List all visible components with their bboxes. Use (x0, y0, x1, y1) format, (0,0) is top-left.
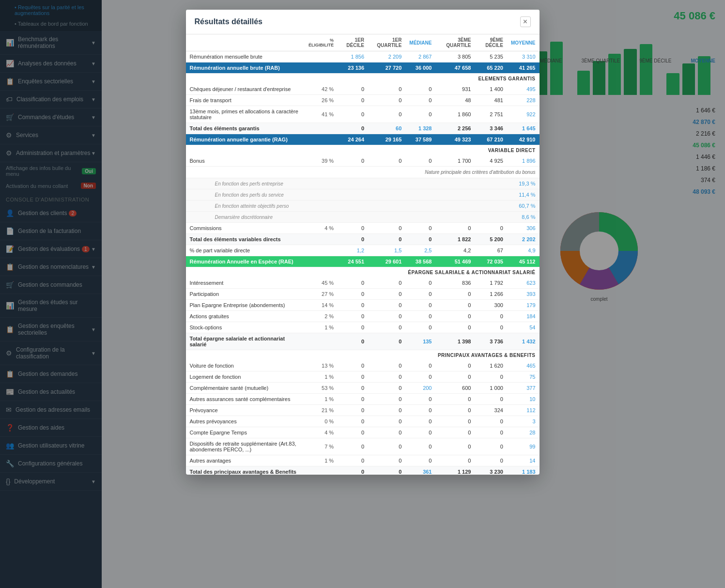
table-cell: Frais de transport (186, 95, 303, 106)
table-cell: 1 129 (435, 466, 475, 475)
table-cell: 0 (368, 322, 405, 333)
table-cell: 0 (368, 383, 405, 394)
table-cell: 0 (405, 416, 435, 427)
table-cell: 11,4 % (507, 189, 540, 201)
table-cell: Chèques déjeuner / restaurant d'entrepri… (186, 84, 303, 95)
table-cell: 3 805 (435, 51, 475, 62)
table-cell: 60,7 % (507, 201, 540, 212)
table-row: Intéressement45 %0008361 792623 (186, 278, 540, 289)
table-cell: 1 000 (475, 383, 507, 394)
table-cell: 0 (435, 405, 475, 416)
table-cell (405, 189, 435, 201)
table-cell: En fonction atteinte objectifs perso (186, 201, 303, 212)
modal-overlay[interactable]: Résultats détaillés × % ÉLIGIBILITÉ 1ER … (0, 0, 725, 588)
table-row: Total épargne salariale et actionnariat … (186, 333, 540, 350)
section-label-row: PRINCIPAUX AVANTAGES & BENEFITS (186, 350, 540, 361)
table-cell: Total des éléments garantis (186, 123, 303, 134)
table-cell: 37 589 (405, 134, 435, 145)
table-cell: 67 (475, 245, 507, 256)
table-cell: 324 (475, 405, 507, 416)
table-cell: 1 183 (507, 466, 540, 475)
table-cell: 1 % (302, 371, 338, 383)
table-cell (338, 178, 368, 189)
table-cell: Autres assurances santé complémentaires (186, 394, 303, 405)
table-cell: 0 (435, 427, 475, 438)
table-row: Rémunération annuelle brute (RAB)23 1362… (186, 62, 540, 74)
table-cell: 0 (338, 123, 368, 134)
table-cell: 0 (435, 394, 475, 405)
col-quartile1-header: 1ER QUARTILE (368, 34, 405, 51)
table-cell: 26 % (302, 95, 338, 106)
table-cell: 1 % (302, 322, 338, 333)
table-cell (435, 189, 475, 201)
table-cell: 1,5 (368, 245, 405, 256)
table-cell: 0 (368, 223, 405, 234)
table-cell: 0 (368, 438, 405, 455)
table-cell: 1 860 (435, 106, 475, 123)
table-row: % de part variable directe1,21,52,54,267… (186, 245, 540, 256)
table-cell: 5 235 (475, 51, 507, 62)
table-cell: Autres prévoyances (186, 416, 303, 427)
section-label-cell: ÉPARGNE SALARIALE & ACTIONNARIAT SALARIÉ (186, 267, 540, 278)
table-cell: 0 (338, 300, 368, 311)
table-cell (435, 178, 475, 189)
table-cell: 0 (368, 416, 405, 427)
table-cell: 29 165 (368, 134, 405, 145)
table-cell: 4,9 (507, 245, 540, 256)
table-cell: % de part variable directe (186, 245, 303, 256)
table-cell: 1 266 (475, 289, 507, 300)
table-cell: Stock-options (186, 322, 303, 333)
table-header-row: % ÉLIGIBILITÉ 1ER DÉCILE 1ER QUARTILE MÉ… (186, 34, 540, 51)
table-cell: 8,6 % (507, 212, 540, 223)
table-cell: 60 (368, 123, 405, 134)
table-cell: 0 (368, 155, 405, 167)
table-cell: 179 (507, 300, 540, 311)
table-cell (302, 123, 338, 134)
section-label-row: ÉPARGNE SALARIALE & ACTIONNARIAT SALARIÉ (186, 267, 540, 278)
table-cell (302, 51, 338, 62)
table-cell: Bonus (186, 155, 303, 167)
table-cell (368, 178, 405, 189)
table-cell: Total des éléments variables directs (186, 234, 303, 245)
table-cell: 0 (475, 455, 507, 466)
table-cell: 10 (507, 394, 540, 405)
section-label-cell: PRINCIPAUX AVANTAGES & BENEFITS (186, 350, 540, 361)
table-cell: 41 265 (507, 62, 540, 74)
sub-row: En fonction des perfs entreprise19,3 % (186, 178, 540, 189)
table-cell: 0 (405, 360, 435, 371)
table-row: Compte Epargne Temps4 %0000028 (186, 427, 540, 438)
table-cell: 27 720 (368, 62, 405, 74)
table-cell: 0 (475, 416, 507, 427)
results-table: % ÉLIGIBILITÉ 1ER DÉCILE 1ER QUARTILE MÉ… (186, 34, 540, 475)
table-cell: 135 (405, 333, 435, 350)
table-cell: 13 % (302, 360, 338, 371)
table-cell: 1 896 (507, 155, 540, 167)
table-cell: 0 (405, 455, 435, 466)
table-cell: 0 (405, 371, 435, 383)
table-row: Plan Epargne Entreprise (abondements)14 … (186, 300, 540, 311)
table-cell: 0 (475, 371, 507, 383)
table-cell: 0 (368, 234, 405, 245)
table-cell (368, 212, 405, 223)
table-cell: 42 % (302, 84, 338, 95)
section-label-cell: VARIABLE DIRECT (186, 145, 540, 156)
table-cell: Rémunération Annuelle en Espèce (RAE) (186, 256, 303, 267)
table-cell: 1 620 (475, 360, 507, 371)
table-cell: 65 220 (475, 62, 507, 74)
table-cell: 0 % (302, 416, 338, 427)
table-cell: 0 (338, 223, 368, 234)
table-cell: Voiture de fonction (186, 360, 303, 371)
table-cell: 2 751 (475, 106, 507, 123)
table-row: Bonus39 %0001 7004 9251 896 (186, 155, 540, 167)
table-row: Total des éléments variables directs0001… (186, 234, 540, 245)
table-cell: 1 400 (475, 84, 507, 95)
table-cell: 0 (368, 311, 405, 322)
table-cell: Compte Epargne Temps (186, 427, 303, 438)
modal-close-button[interactable]: × (520, 16, 531, 27)
table-cell: 0 (405, 84, 435, 95)
table-cell: 1 % (302, 394, 338, 405)
table-cell: 1 792 (475, 278, 507, 289)
table-cell: 49 323 (435, 134, 475, 145)
table-cell: 47 658 (435, 62, 475, 74)
table-cell (302, 466, 338, 475)
